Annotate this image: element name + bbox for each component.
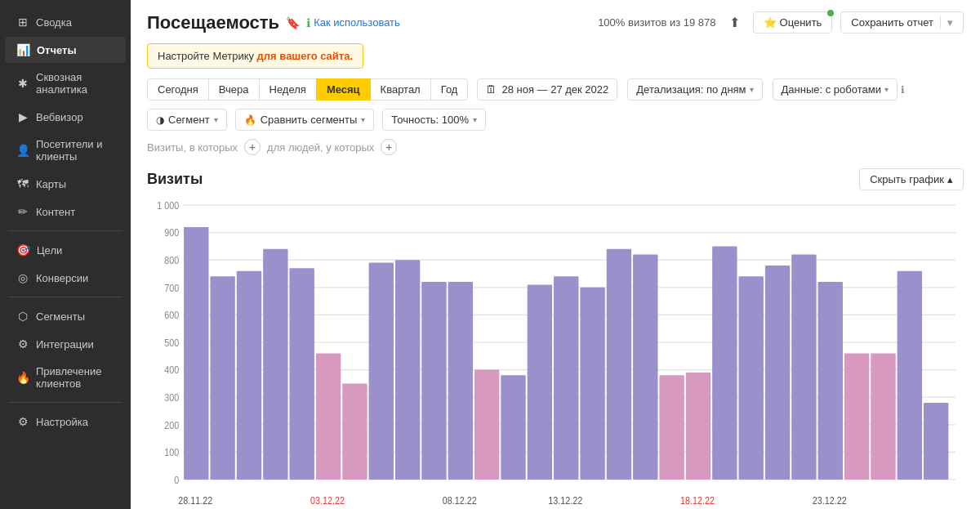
sidebar-item-conversions[interactable]: ◎ Конверсии xyxy=(5,265,126,291)
detail-dropdown[interactable]: Детализация: по дням ▾ xyxy=(627,78,762,100)
svg-rect-46 xyxy=(818,282,843,480)
segment-row: Визиты, в которых + для людей, у которых… xyxy=(131,136,980,162)
svg-rect-45 xyxy=(791,254,816,480)
svg-rect-26 xyxy=(290,268,314,480)
sidebar-item-label: Посетители и клиенты xyxy=(36,138,114,163)
share-button[interactable]: ⬆ xyxy=(724,11,745,33)
svg-rect-39 xyxy=(633,254,657,480)
save-report-button[interactable]: Сохранить отчет ▾ xyxy=(840,11,964,33)
period-today[interactable]: Сегодня xyxy=(147,78,209,100)
compare-label: Сравнить сегменты xyxy=(261,114,358,126)
cross-analytics-icon: ✱ xyxy=(16,77,29,90)
settings-icon: ⚙ xyxy=(16,415,29,428)
chart-section: Визиты Скрыть график ▴ 1 000900800700600… xyxy=(131,162,980,509)
svg-text:08.12.22: 08.12.22 xyxy=(443,494,477,507)
sidebar-item-maps[interactable]: 🗺 Карты xyxy=(5,171,126,197)
integrations-icon: ⚙ xyxy=(16,337,29,350)
period-year[interactable]: Год xyxy=(430,78,469,100)
period-yesterday[interactable]: Вчера xyxy=(208,78,260,100)
sidebar-item-label: Контент xyxy=(36,206,75,218)
sidebar-item-attract[interactable]: 🔥 Привлечение клиентов xyxy=(5,359,126,396)
period-quarter[interactable]: Квартал xyxy=(370,78,431,100)
add-segment-left-button[interactable]: + xyxy=(244,139,261,155)
svg-rect-43 xyxy=(739,276,764,480)
banner-text: Настройте Метрику xyxy=(158,50,257,62)
svg-rect-37 xyxy=(580,288,604,480)
svg-rect-41 xyxy=(686,373,710,480)
save-label: Сохранить отчет xyxy=(851,16,933,29)
svg-rect-44 xyxy=(765,266,790,480)
accuracy-filter-button[interactable]: Точность: 100% ▾ xyxy=(382,109,486,131)
compare-filter-button[interactable]: 🔥 Сравнить сегменты ▾ xyxy=(235,109,375,131)
hide-chart-button[interactable]: Скрыть график ▴ xyxy=(859,168,964,190)
svg-text:300: 300 xyxy=(164,391,179,404)
sidebar-item-webvisor[interactable]: ▶ Вебвизор xyxy=(5,104,126,130)
svg-rect-50 xyxy=(924,403,948,480)
chart-container: 1 000900800700600500400300200100028.11.2… xyxy=(147,195,964,509)
svg-text:13.12.22: 13.12.22 xyxy=(548,494,582,507)
svg-text:1 000: 1 000 xyxy=(157,199,179,212)
hide-chart-label: Скрыть график xyxy=(870,173,944,185)
sidebar-item-label: Карты xyxy=(36,178,66,190)
filter-bar: ◑ Сегмент ▾ 🔥 Сравнить сегменты ▾ Точнос… xyxy=(131,104,980,136)
sidebar-item-settings[interactable]: ⚙ Настройка xyxy=(5,409,126,435)
svg-rect-48 xyxy=(871,353,895,480)
sidebar-item-segments[interactable]: ⬡ Сегменты xyxy=(5,303,126,329)
sidebar-item-reports[interactable]: 📊 Отчеты xyxy=(5,37,126,63)
sidebar-item-label: Настройка xyxy=(36,416,88,428)
segment-label: Сегмент xyxy=(168,114,210,126)
segment-icon: ◑ xyxy=(156,114,164,126)
sidebar-divider-2 xyxy=(8,297,122,297)
hide-chart-chevron-icon: ▴ xyxy=(947,173,953,185)
notification-dot xyxy=(827,10,834,16)
svg-rect-24 xyxy=(237,271,261,480)
date-range-picker[interactable]: 🗓 28 ноя — 27 дек 2022 xyxy=(477,78,617,100)
howto-link[interactable]: ℹ Как использовать xyxy=(306,16,400,29)
chart-header: Визиты Скрыть график ▴ xyxy=(147,168,964,190)
svg-text:200: 200 xyxy=(164,419,179,431)
sidebar-item-summary[interactable]: ⊞ Сводка xyxy=(5,9,126,35)
accuracy-chevron-icon: ▾ xyxy=(473,115,477,124)
compare-icon: 🔥 xyxy=(244,114,256,126)
rate-button[interactable]: ⭐ Оценить xyxy=(753,11,833,33)
svg-rect-38 xyxy=(607,249,631,480)
goals-icon: 🎯 xyxy=(16,243,30,257)
svg-rect-33 xyxy=(474,370,499,480)
sidebar-item-integrations[interactable]: ⚙ Интеграции xyxy=(5,331,126,357)
data-dropdown[interactable]: Данные: с роботами ▾ xyxy=(773,78,898,100)
svg-rect-29 xyxy=(369,263,394,480)
rate-icon: ⭐ xyxy=(764,16,777,29)
sidebar-item-label: Сегменты xyxy=(36,310,85,323)
svg-text:100: 100 xyxy=(164,446,179,458)
detail-label: Детализация: по дням xyxy=(636,83,746,96)
visits-chart: 1 000900800700600500400300200100028.11.2… xyxy=(147,195,964,509)
date-range-label: 28 ноя — 27 дек 2022 xyxy=(501,83,608,96)
add-segment-right-button[interactable]: + xyxy=(381,139,397,155)
svg-rect-42 xyxy=(712,246,737,480)
segment-chevron-icon: ▾ xyxy=(214,115,218,124)
svg-rect-49 xyxy=(898,271,922,480)
sidebar: ⊞ Сводка 📊 Отчеты ✱ Сквозная аналитика ▶… xyxy=(0,0,131,509)
sidebar-item-content[interactable]: ✏ Контент xyxy=(5,199,126,225)
bookmark-icon[interactable]: 🔖 xyxy=(286,16,300,29)
svg-rect-30 xyxy=(395,260,420,480)
howto-label: Как использовать xyxy=(314,16,400,29)
period-month[interactable]: Месяц xyxy=(316,78,371,100)
sidebar-item-cross-analytics[interactable]: ✱ Сквозная аналитика xyxy=(5,65,126,102)
reports-icon: 📊 xyxy=(16,43,30,56)
period-week[interactable]: Неделя xyxy=(259,78,317,100)
svg-rect-25 xyxy=(263,249,287,480)
conversions-icon: ◎ xyxy=(16,271,29,284)
page-title: Посещаемость xyxy=(147,12,279,33)
svg-text:400: 400 xyxy=(164,364,179,376)
detail-chevron-icon: ▾ xyxy=(750,85,754,94)
header-right: 100% визитов из 19 878 ⬆ ⭐ Оценить Сохра… xyxy=(598,11,964,33)
banner-link[interactable]: для вашего сайта. xyxy=(257,50,353,62)
sidebar-item-visitors[interactable]: 👤 Посетители и клиенты xyxy=(5,132,126,169)
sidebar-item-goals[interactable]: 🎯 Цели xyxy=(5,237,126,263)
sidebar-item-label: Цели xyxy=(37,244,62,257)
svg-rect-47 xyxy=(844,353,869,480)
svg-text:23.12.22: 23.12.22 xyxy=(813,494,847,507)
segment-filter-button[interactable]: ◑ Сегмент ▾ xyxy=(147,109,227,131)
svg-text:600: 600 xyxy=(164,309,179,321)
